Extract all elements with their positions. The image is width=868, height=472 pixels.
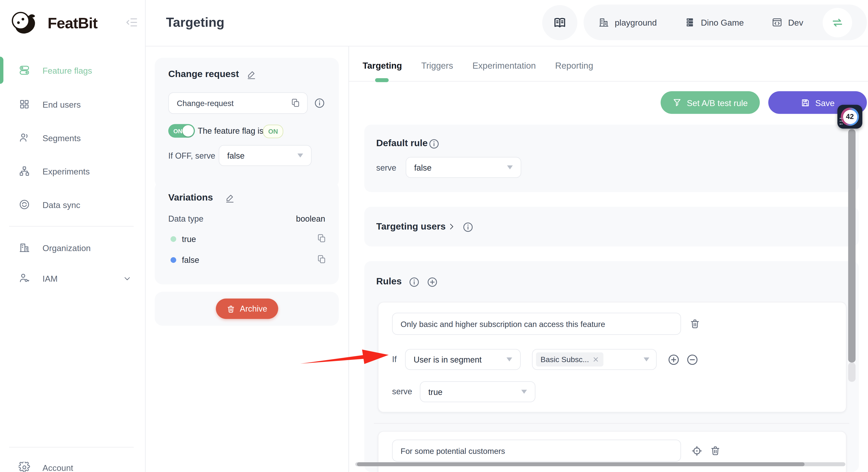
rules-card: Rules If User is in segment Basic Subsc.… xyxy=(365,261,859,472)
delete-rule-icon[interactable] xyxy=(710,445,721,456)
variations-card: Variations Data type boolean true false xyxy=(155,181,339,284)
remove-segment-icon[interactable] xyxy=(592,356,599,363)
workspace-selector[interactable]: Dino Game xyxy=(684,4,744,40)
condition-select[interactable]: User is in segment xyxy=(405,349,521,370)
edit-pencil-icon[interactable] xyxy=(225,193,235,203)
switch-environment-button[interactable] xyxy=(823,8,852,37)
caret-down-icon xyxy=(507,165,513,169)
sidebar-divider xyxy=(9,447,134,448)
extension-badge[interactable]: 42 xyxy=(837,105,862,129)
sidebar-item-label: IAM xyxy=(42,273,58,283)
copy-icon[interactable] xyxy=(317,233,327,243)
vertical-scrollbar-thumb[interactable] xyxy=(848,129,856,363)
rule-name-input[interactable] xyxy=(392,440,681,462)
variation-true-label: true xyxy=(182,234,196,244)
sidebar-item-iam[interactable]: IAM xyxy=(0,262,145,294)
sidebar-divider xyxy=(9,226,134,227)
environment-switcher: playground Dino Game Dev xyxy=(584,4,867,40)
add-condition-icon[interactable] xyxy=(668,353,680,366)
chevron-down-icon xyxy=(123,274,132,283)
vertical-scrollbar-track[interactable] xyxy=(848,363,856,382)
remove-condition-icon[interactable] xyxy=(686,353,699,366)
tab-triggers[interactable]: Triggers xyxy=(421,61,453,71)
flag-key-input[interactable] xyxy=(168,92,308,114)
if-label: If xyxy=(392,355,397,364)
project-selector[interactable]: playground xyxy=(598,4,657,40)
tab-targeting[interactable]: Targeting xyxy=(363,61,402,71)
set-ab-test-rule-button[interactable]: Set A/B test rule xyxy=(661,91,760,114)
featbit-logo-icon xyxy=(8,7,38,38)
environment-selector[interactable]: Dev xyxy=(772,4,803,40)
variations-title: Variations xyxy=(168,192,213,203)
add-rule-icon[interactable] xyxy=(427,277,438,288)
rule-name-input[interactable] xyxy=(392,313,681,335)
badge-dots xyxy=(840,118,843,125)
page-title: Targeting xyxy=(166,15,225,30)
copy-icon[interactable] xyxy=(291,98,301,108)
rule-serve-select[interactable]: true xyxy=(420,381,535,403)
sidebar-item-label: Experiments xyxy=(42,166,90,176)
flag-on-toggle[interactable]: ON xyxy=(168,124,195,138)
copy-icon[interactable] xyxy=(317,254,327,264)
app-viewport: FeatBit Feature flags End users Segments… xyxy=(0,0,868,472)
change-request-title: Change request xyxy=(168,69,239,80)
collapse-sidebar-icon[interactable] xyxy=(125,16,138,29)
sidebar-item-feature-flags[interactable]: Feature flags xyxy=(0,54,145,86)
info-icon[interactable] xyxy=(314,97,325,109)
segment-multiselect[interactable]: Basic Subsc... xyxy=(532,349,657,370)
horizontal-scrollbar-thumb[interactable] xyxy=(357,462,805,466)
serve-label: serve xyxy=(392,387,412,396)
tab-reporting[interactable]: Reporting xyxy=(555,61,593,71)
info-icon[interactable] xyxy=(409,277,420,288)
archive-button[interactable]: Archive xyxy=(216,298,278,319)
workspace-name: Dino Game xyxy=(701,18,744,27)
info-icon[interactable] xyxy=(462,222,474,233)
default-rule-title: Default rule xyxy=(376,138,428,149)
caret-down-icon xyxy=(521,390,527,394)
serve-label: serve xyxy=(376,163,396,172)
data-type-value: boolean xyxy=(296,214,325,223)
gear-icon xyxy=(19,462,30,472)
caret-down-icon xyxy=(644,357,649,361)
rule-item-1: If User is in segment Basic Subsc... ser… xyxy=(378,302,847,413)
rule-serve-value: true xyxy=(428,387,443,396)
sidebar-item-data-sync[interactable]: Data sync xyxy=(0,189,145,220)
sidebar-item-segments[interactable]: Segments xyxy=(0,122,145,154)
funnel-icon xyxy=(673,98,682,107)
off-serve-select[interactable]: false xyxy=(219,145,312,166)
sidebar-item-account[interactable]: Account xyxy=(0,451,145,472)
docs-button[interactable] xyxy=(542,5,578,40)
ab-test-label: Set A/B test rule xyxy=(687,98,748,107)
chevron-right-icon[interactable] xyxy=(447,222,456,231)
caret-down-icon xyxy=(298,154,303,158)
tab-bar: Targeting Triggers Experimentation Repor… xyxy=(363,61,593,71)
info-icon[interactable] xyxy=(428,138,440,150)
dev-environment-icon xyxy=(772,17,782,28)
brand-name: FeatBit xyxy=(48,15,97,32)
sidebar-item-organization[interactable]: Organization xyxy=(0,232,145,263)
delete-rule-icon[interactable] xyxy=(690,318,701,329)
tab-experimentation[interactable]: Experimentation xyxy=(472,61,536,71)
sidebar-item-end-users[interactable]: End users xyxy=(0,88,145,120)
panel-divider xyxy=(348,46,349,472)
project-name: playground xyxy=(615,18,657,27)
variation-false-dot xyxy=(170,257,176,263)
targeting-users-card[interactable]: Targeting users xyxy=(365,207,859,247)
variation-true-dot xyxy=(170,237,176,242)
toggle-on-label: ON xyxy=(174,128,182,134)
sidebar-item-label: Organization xyxy=(42,243,91,252)
segment-chip: Basic Subsc... xyxy=(536,352,603,367)
rules-title: Rules xyxy=(376,276,402,287)
targeting-users-title: Targeting users xyxy=(376,221,445,232)
caret-down-icon xyxy=(506,357,512,361)
rules-divider xyxy=(374,423,849,424)
sidebar-item-experiments[interactable]: Experiments xyxy=(0,155,145,187)
archive-label: Archive xyxy=(240,304,267,313)
default-serve-select[interactable]: false xyxy=(406,157,521,178)
if-off-serve-label: If OFF, serve xyxy=(168,151,216,160)
sidebar-item-label: Data sync xyxy=(42,200,81,209)
target-rule-icon[interactable] xyxy=(691,445,703,457)
data-sync-icon xyxy=(19,199,30,210)
edit-pencil-icon[interactable] xyxy=(247,70,256,80)
badge-count: 42 xyxy=(843,110,857,124)
